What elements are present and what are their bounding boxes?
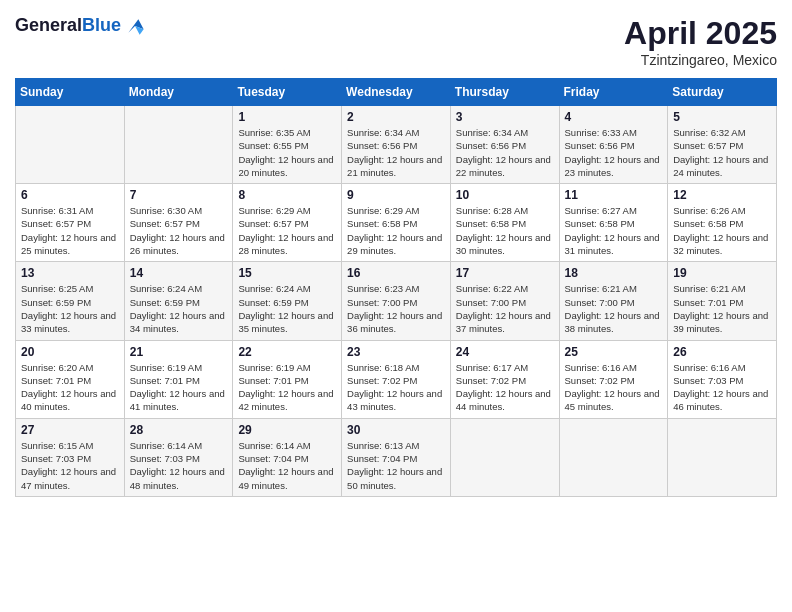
calendar-cell: 24Sunrise: 6:17 AM Sunset: 7:02 PM Dayli…	[450, 340, 559, 418]
calendar-cell: 16Sunrise: 6:23 AM Sunset: 7:00 PM Dayli…	[342, 262, 451, 340]
calendar-cell	[124, 106, 233, 184]
day-info: Sunrise: 6:18 AM Sunset: 7:02 PM Dayligh…	[347, 361, 445, 414]
day-info: Sunrise: 6:29 AM Sunset: 6:57 PM Dayligh…	[238, 204, 336, 257]
calendar-cell: 21Sunrise: 6:19 AM Sunset: 7:01 PM Dayli…	[124, 340, 233, 418]
day-info: Sunrise: 6:34 AM Sunset: 6:56 PM Dayligh…	[347, 126, 445, 179]
day-number: 13	[21, 266, 119, 280]
day-number: 16	[347, 266, 445, 280]
day-info: Sunrise: 6:23 AM Sunset: 7:00 PM Dayligh…	[347, 282, 445, 335]
calendar-cell	[16, 106, 125, 184]
calendar-cell: 3Sunrise: 6:34 AM Sunset: 6:56 PM Daylig…	[450, 106, 559, 184]
day-number: 15	[238, 266, 336, 280]
calendar-cell: 22Sunrise: 6:19 AM Sunset: 7:01 PM Dayli…	[233, 340, 342, 418]
day-info: Sunrise: 6:15 AM Sunset: 7:03 PM Dayligh…	[21, 439, 119, 492]
calendar-cell: 27Sunrise: 6:15 AM Sunset: 7:03 PM Dayli…	[16, 418, 125, 496]
weekday-header-tuesday: Tuesday	[233, 79, 342, 106]
calendar-header: SundayMondayTuesdayWednesdayThursdayFrid…	[16, 79, 777, 106]
day-info: Sunrise: 6:19 AM Sunset: 7:01 PM Dayligh…	[130, 361, 228, 414]
day-number: 24	[456, 345, 554, 359]
calendar-week-4: 20Sunrise: 6:20 AM Sunset: 7:01 PM Dayli…	[16, 340, 777, 418]
day-number: 25	[565, 345, 663, 359]
calendar-cell: 5Sunrise: 6:32 AM Sunset: 6:57 PM Daylig…	[668, 106, 777, 184]
day-number: 30	[347, 423, 445, 437]
calendar-cell	[450, 418, 559, 496]
day-info: Sunrise: 6:24 AM Sunset: 6:59 PM Dayligh…	[238, 282, 336, 335]
day-number: 10	[456, 188, 554, 202]
calendar-cell: 20Sunrise: 6:20 AM Sunset: 7:01 PM Dayli…	[16, 340, 125, 418]
calendar-body: 1Sunrise: 6:35 AM Sunset: 6:55 PM Daylig…	[16, 106, 777, 497]
month-title: April 2025	[624, 15, 777, 52]
calendar-cell: 10Sunrise: 6:28 AM Sunset: 6:58 PM Dayli…	[450, 184, 559, 262]
day-number: 27	[21, 423, 119, 437]
calendar-cell: 25Sunrise: 6:16 AM Sunset: 7:02 PM Dayli…	[559, 340, 668, 418]
calendar-cell: 12Sunrise: 6:26 AM Sunset: 6:58 PM Dayli…	[668, 184, 777, 262]
weekday-header-monday: Monday	[124, 79, 233, 106]
day-number: 7	[130, 188, 228, 202]
calendar-cell: 29Sunrise: 6:14 AM Sunset: 7:04 PM Dayli…	[233, 418, 342, 496]
calendar-cell: 13Sunrise: 6:25 AM Sunset: 6:59 PM Dayli…	[16, 262, 125, 340]
calendar-cell: 4Sunrise: 6:33 AM Sunset: 6:56 PM Daylig…	[559, 106, 668, 184]
day-info: Sunrise: 6:20 AM Sunset: 7:01 PM Dayligh…	[21, 361, 119, 414]
day-info: Sunrise: 6:30 AM Sunset: 6:57 PM Dayligh…	[130, 204, 228, 257]
day-info: Sunrise: 6:13 AM Sunset: 7:04 PM Dayligh…	[347, 439, 445, 492]
day-info: Sunrise: 6:25 AM Sunset: 6:59 PM Dayligh…	[21, 282, 119, 335]
title-block: April 2025 Tzintzingareo, Mexico	[624, 15, 777, 68]
day-info: Sunrise: 6:34 AM Sunset: 6:56 PM Dayligh…	[456, 126, 554, 179]
day-info: Sunrise: 6:32 AM Sunset: 6:57 PM Dayligh…	[673, 126, 771, 179]
day-info: Sunrise: 6:31 AM Sunset: 6:57 PM Dayligh…	[21, 204, 119, 257]
day-number: 26	[673, 345, 771, 359]
day-number: 9	[347, 188, 445, 202]
day-number: 23	[347, 345, 445, 359]
day-number: 2	[347, 110, 445, 124]
calendar-cell: 26Sunrise: 6:16 AM Sunset: 7:03 PM Dayli…	[668, 340, 777, 418]
day-info: Sunrise: 6:22 AM Sunset: 7:00 PM Dayligh…	[456, 282, 554, 335]
calendar-cell: 28Sunrise: 6:14 AM Sunset: 7:03 PM Dayli…	[124, 418, 233, 496]
calendar-table: SundayMondayTuesdayWednesdayThursdayFrid…	[15, 78, 777, 497]
calendar-cell: 8Sunrise: 6:29 AM Sunset: 6:57 PM Daylig…	[233, 184, 342, 262]
calendar-cell: 15Sunrise: 6:24 AM Sunset: 6:59 PM Dayli…	[233, 262, 342, 340]
day-info: Sunrise: 6:24 AM Sunset: 6:59 PM Dayligh…	[130, 282, 228, 335]
day-info: Sunrise: 6:14 AM Sunset: 7:04 PM Dayligh…	[238, 439, 336, 492]
day-number: 21	[130, 345, 228, 359]
calendar-cell	[559, 418, 668, 496]
logo-icon	[125, 16, 145, 36]
day-number: 11	[565, 188, 663, 202]
day-info: Sunrise: 6:26 AM Sunset: 6:58 PM Dayligh…	[673, 204, 771, 257]
calendar-cell: 30Sunrise: 6:13 AM Sunset: 7:04 PM Dayli…	[342, 418, 451, 496]
calendar-cell: 14Sunrise: 6:24 AM Sunset: 6:59 PM Dayli…	[124, 262, 233, 340]
day-info: Sunrise: 6:16 AM Sunset: 7:03 PM Dayligh…	[673, 361, 771, 414]
day-info: Sunrise: 6:19 AM Sunset: 7:01 PM Dayligh…	[238, 361, 336, 414]
day-number: 14	[130, 266, 228, 280]
day-number: 6	[21, 188, 119, 202]
calendar-cell	[668, 418, 777, 496]
day-info: Sunrise: 6:17 AM Sunset: 7:02 PM Dayligh…	[456, 361, 554, 414]
weekday-header-sunday: Sunday	[16, 79, 125, 106]
day-number: 4	[565, 110, 663, 124]
calendar-cell: 6Sunrise: 6:31 AM Sunset: 6:57 PM Daylig…	[16, 184, 125, 262]
calendar-cell: 9Sunrise: 6:29 AM Sunset: 6:58 PM Daylig…	[342, 184, 451, 262]
location-text: Tzintzingareo, Mexico	[624, 52, 777, 68]
calendar-cell: 19Sunrise: 6:21 AM Sunset: 7:01 PM Dayli…	[668, 262, 777, 340]
day-info: Sunrise: 6:16 AM Sunset: 7:02 PM Dayligh…	[565, 361, 663, 414]
day-number: 19	[673, 266, 771, 280]
calendar-cell: 7Sunrise: 6:30 AM Sunset: 6:57 PM Daylig…	[124, 184, 233, 262]
calendar-cell: 17Sunrise: 6:22 AM Sunset: 7:00 PM Dayli…	[450, 262, 559, 340]
weekday-header-saturday: Saturday	[668, 79, 777, 106]
day-info: Sunrise: 6:28 AM Sunset: 6:58 PM Dayligh…	[456, 204, 554, 257]
day-number: 18	[565, 266, 663, 280]
day-number: 17	[456, 266, 554, 280]
calendar-week-2: 6Sunrise: 6:31 AM Sunset: 6:57 PM Daylig…	[16, 184, 777, 262]
day-info: Sunrise: 6:29 AM Sunset: 6:58 PM Dayligh…	[347, 204, 445, 257]
day-number: 5	[673, 110, 771, 124]
calendar-week-5: 27Sunrise: 6:15 AM Sunset: 7:03 PM Dayli…	[16, 418, 777, 496]
calendar-week-1: 1Sunrise: 6:35 AM Sunset: 6:55 PM Daylig…	[16, 106, 777, 184]
day-number: 3	[456, 110, 554, 124]
day-number: 22	[238, 345, 336, 359]
logo-general-text: General	[15, 15, 82, 35]
day-info: Sunrise: 6:35 AM Sunset: 6:55 PM Dayligh…	[238, 126, 336, 179]
calendar-cell: 23Sunrise: 6:18 AM Sunset: 7:02 PM Dayli…	[342, 340, 451, 418]
day-number: 28	[130, 423, 228, 437]
weekday-header-thursday: Thursday	[450, 79, 559, 106]
calendar-cell: 11Sunrise: 6:27 AM Sunset: 6:58 PM Dayli…	[559, 184, 668, 262]
weekday-header-row: SundayMondayTuesdayWednesdayThursdayFrid…	[16, 79, 777, 106]
